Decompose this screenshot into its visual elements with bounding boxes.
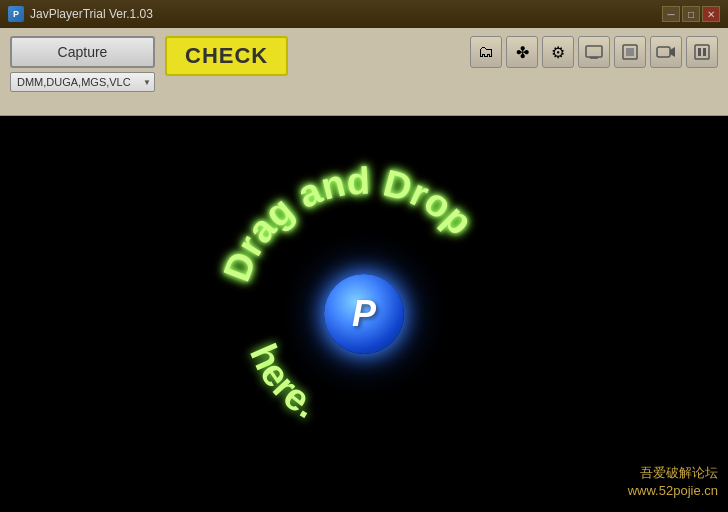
check-button[interactable]: CHECK xyxy=(165,36,288,76)
app-title: JavPlayerTrial Ver.1.03 xyxy=(30,7,662,21)
camera-icon-button[interactable] xyxy=(650,36,682,68)
svg-text:Drag and Drop: Drag and Drop xyxy=(215,160,481,287)
svg-rect-5 xyxy=(657,47,670,57)
settings-icon-button[interactable]: ⚙ xyxy=(542,36,574,68)
watermark-line2: www.52pojie.cn xyxy=(628,482,718,500)
center-logo-letter: P xyxy=(352,293,376,335)
watermark: 吾爱破解论坛 www.52pojie.cn xyxy=(628,464,718,500)
window-controls: ─ □ ✕ xyxy=(662,6,720,22)
folder-icon-button[interactable]: 🗂 xyxy=(470,36,502,68)
app-icon: P xyxy=(8,6,24,22)
game-icon-button[interactable]: ✤ xyxy=(506,36,538,68)
maximize-button[interactable]: □ xyxy=(682,6,700,22)
svg-rect-7 xyxy=(695,45,709,59)
minimize-button[interactable]: ─ xyxy=(662,6,680,22)
title-bar: P JavPlayerTrial Ver.1.03 ─ □ ✕ xyxy=(0,0,728,28)
toolbar: Capture DMM,DUGA,MGS,VLC CHECK 🗂 ✤ ⚙ xyxy=(0,28,728,116)
close-button[interactable]: ✕ xyxy=(702,6,720,22)
app-icon-letter: P xyxy=(13,9,19,19)
source-dropdown-wrapper: DMM,DUGA,MGS,VLC xyxy=(10,72,155,92)
svg-marker-6 xyxy=(670,47,675,57)
capture-button[interactable]: Capture xyxy=(10,36,155,68)
toolbar-left: Capture DMM,DUGA,MGS,VLC xyxy=(10,36,155,92)
watermark-line1: 吾爱破解论坛 xyxy=(628,464,718,482)
extra-icon-button[interactable] xyxy=(686,36,718,68)
svg-rect-8 xyxy=(698,48,701,56)
source-dropdown[interactable]: DMM,DUGA,MGS,VLC xyxy=(10,72,155,92)
drag-drop-area[interactable]: Drag and Drop here. P 吾爱破解论坛 www.52pojie… xyxy=(0,116,728,512)
svg-rect-9 xyxy=(703,48,706,56)
toolbar-right: 🗂 ✤ ⚙ xyxy=(470,36,718,68)
display-icon-button[interactable] xyxy=(578,36,610,68)
app-center-logo: P xyxy=(324,274,404,354)
svg-text:here.: here. xyxy=(242,338,324,427)
filter-icon-button[interactable] xyxy=(614,36,646,68)
svg-rect-0 xyxy=(586,46,602,57)
svg-rect-4 xyxy=(626,48,634,56)
main-content-area[interactable]: Drag and Drop here. P 吾爱破解论坛 www.52pojie… xyxy=(0,116,728,512)
